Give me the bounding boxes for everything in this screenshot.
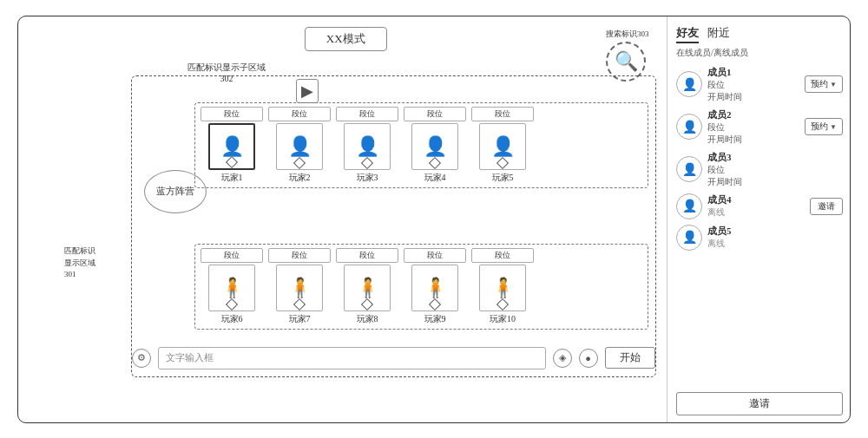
player-slot-8[interactable]: 段位 🧍 玩家8: [336, 248, 398, 325]
text-input-box[interactable]: 文字输入框: [158, 347, 546, 369]
icon-left-1[interactable]: ⚙: [132, 349, 151, 368]
player1-diamond: [226, 155, 238, 167]
member3-avatar: 👤: [676, 156, 702, 182]
invite-big-button[interactable]: 邀请: [676, 392, 843, 415]
player3-avatar[interactable]: 👤: [344, 123, 391, 170]
member3-name: 成员3: [707, 151, 843, 164]
member5-avatar: 👤: [676, 225, 702, 251]
person-icon-5: 👤: [491, 135, 515, 158]
tab-friends[interactable]: 好友: [676, 25, 699, 43]
player4-diamond: [429, 156, 441, 168]
main-frame: XX模式 匹配标识显示子区域302 ▶ 搜索标识303 🔍 蓝方阵营 段位: [17, 16, 851, 423]
player2-avatar[interactable]: 👤: [276, 123, 323, 170]
member5-status: 离线: [707, 238, 843, 250]
player-slot-2[interactable]: 段位 👤 玩家2: [268, 107, 331, 184]
right-tabs: 好友 附近: [676, 25, 843, 43]
member-row-5: 👤 成员5 离线: [676, 225, 843, 251]
player-slot-6[interactable]: 段位 🧍 玩家6: [201, 248, 263, 325]
red-players-row: 段位 🧍 玩家6 段位 🧍 玩家7: [194, 244, 648, 335]
blue-players-row: 段位 👤 玩家1 段位 👤 玩家2: [194, 102, 648, 193]
member-row-4: 👤 成员4 离线 邀请: [676, 193, 843, 219]
player6-avatar[interactable]: 🧍: [208, 265, 255, 311]
player-slot-10[interactable]: 段位 🧍 玩家10: [471, 248, 534, 325]
online-label: 在线成员/离线成员: [676, 47, 843, 59]
player-slot-5[interactable]: 段位 👤 玩家5: [471, 107, 534, 184]
player9-name: 玩家9: [424, 313, 446, 325]
member5-name: 成员5: [707, 225, 843, 238]
person-icon-4: 👤: [424, 135, 447, 158]
player8-avatar[interactable]: 🧍: [344, 265, 391, 311]
person-icon-6: 🧍: [220, 277, 244, 299]
chevron-icon-2: ▼: [830, 123, 837, 131]
person-icon-8: 🧍: [356, 277, 379, 299]
person-icon-7: 🧍: [288, 277, 312, 299]
person-icon-9: 🧍: [424, 277, 447, 299]
person-icon-10: 🧍: [491, 277, 515, 299]
blue-camp-row: 段位 👤 玩家1 段位 👤 玩家2: [194, 102, 648, 188]
player7-avatar[interactable]: 🧍: [276, 265, 323, 311]
member1-rank: 段位: [707, 79, 799, 91]
right-panel: 好友 附近 在线成员/离线成员 👤 成员1 段位 开局时间 预约 ▼ 👤 成员2: [667, 16, 850, 422]
player1-rank: 段位: [201, 107, 263, 121]
member-row-2: 👤 成员2 段位 开局时间 预约 ▼: [676, 108, 843, 146]
player5-avatar[interactable]: 👤: [479, 123, 526, 170]
player5-rank: 段位: [471, 107, 534, 121]
player8-diamond: [361, 297, 373, 310]
player-slot-7[interactable]: 段位 🧍 玩家7: [268, 248, 331, 325]
search-label: 搜索标识303: [606, 29, 649, 40]
player3-name: 玩家3: [357, 172, 378, 184]
player1-name: 玩家1: [221, 172, 243, 184]
member4-avatar: 👤: [676, 193, 702, 219]
player2-rank: 段位: [268, 107, 331, 121]
member5-info: 成员5 离线: [707, 225, 843, 250]
player3-rank: 段位: [336, 107, 398, 121]
player-slot-1[interactable]: 段位 👤 玩家1: [201, 107, 263, 184]
member1-name: 成员1: [707, 66, 799, 79]
member4-name: 成员4: [707, 193, 805, 206]
mode-box: XX模式: [305, 27, 387, 51]
person-icon-1: 👤: [220, 135, 244, 158]
player4-avatar[interactable]: 👤: [411, 123, 458, 170]
player10-rank: 段位: [471, 248, 534, 263]
member-list: 👤 成员1 段位 开局时间 预约 ▼ 👤 成员2 段位 开局时间 预约 ▼: [676, 66, 843, 387]
player6-diamond: [226, 297, 238, 310]
match-301-label: 匹配标识显示区域301: [64, 245, 95, 281]
player-slot-3[interactable]: 段位 👤 玩家3: [336, 107, 398, 184]
member-row-3: 👤 成员3 段位 开局时间: [676, 151, 843, 188]
player9-rank: 段位: [404, 248, 466, 263]
member3-info: 成员3 段位 开局时间: [707, 151, 843, 188]
player9-avatar[interactable]: 🧍: [411, 265, 458, 311]
player7-rank: 段位: [268, 248, 331, 263]
player-slot-4[interactable]: 段位 👤 玩家4: [404, 107, 466, 184]
chevron-icon-1: ▼: [830, 81, 837, 88]
tab-nearby[interactable]: 附近: [707, 25, 730, 43]
player4-name: 玩家4: [424, 172, 446, 184]
member2-reserve-btn[interactable]: 预约 ▼: [805, 118, 843, 135]
start-button[interactable]: 开始: [605, 347, 655, 369]
red-camp-row: 段位 🧍 玩家6 段位 🧍 玩家7: [194, 244, 648, 330]
icon-middle[interactable]: ◈: [553, 349, 572, 368]
player-slot-9[interactable]: 段位 🧍 玩家9: [404, 248, 466, 325]
player10-avatar[interactable]: 🧍: [479, 265, 526, 311]
player4-rank: 段位: [404, 107, 466, 121]
icon-right-1[interactable]: ●: [579, 349, 598, 368]
player6-name: 玩家6: [221, 313, 243, 325]
player1-avatar[interactable]: 👤: [208, 123, 255, 170]
player10-name: 玩家10: [490, 313, 516, 325]
member2-rank: 段位: [707, 121, 799, 134]
player7-name: 玩家7: [289, 313, 311, 325]
toolbar: ⚙ 文字输入框 ◈ ● 开始: [132, 347, 655, 369]
player5-name: 玩家5: [492, 172, 514, 184]
member1-reserve-btn[interactable]: 预约 ▼: [805, 75, 843, 93]
member1-avatar: 👤: [676, 71, 702, 97]
member4-invite-btn[interactable]: 邀请: [810, 198, 843, 215]
player8-name: 玩家8: [357, 313, 378, 325]
player2-diamond: [293, 156, 306, 168]
person-icon-3: 👤: [356, 135, 379, 158]
member-row-1: 👤 成员1 段位 开局时间 预约 ▼: [676, 66, 843, 103]
member1-time: 开局时间: [707, 91, 799, 103]
member4-status: 离线: [707, 206, 805, 219]
player5-diamond: [496, 156, 509, 168]
member3-time: 开局时间: [707, 176, 843, 188]
member3-rank: 段位: [707, 164, 843, 176]
